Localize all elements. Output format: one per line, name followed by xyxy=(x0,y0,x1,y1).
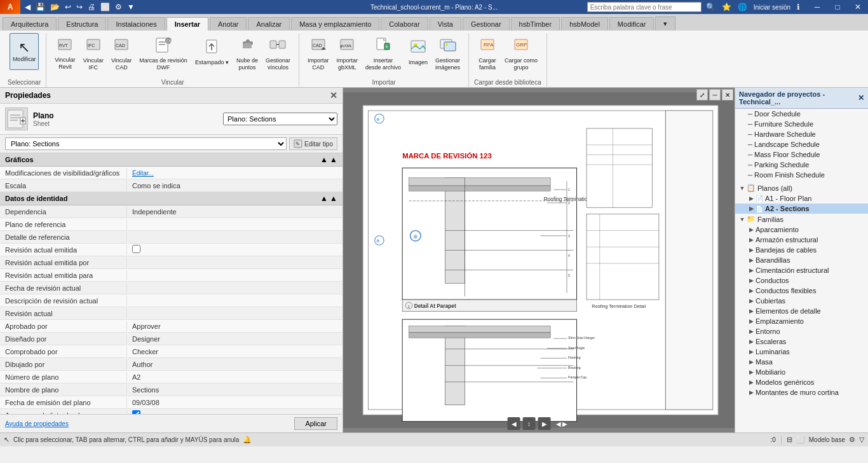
settings-icon[interactable]: ⚙ xyxy=(849,436,855,444)
tab-anotar[interactable]: Anotar xyxy=(210,17,247,31)
props-type-selector[interactable]: Plano: Sections xyxy=(223,113,337,125)
tree-item-cimentacion[interactable]: ▶ Cimentación estructural xyxy=(735,265,868,275)
tree-item-montantes[interactable]: ▶ Montantes de muro cortina xyxy=(735,387,868,397)
section-datos-header[interactable]: Datos de identidad ▲ ▲ xyxy=(0,192,342,205)
btn-gestionar-vinculos[interactable]: Gestionarvínculos xyxy=(262,33,294,74)
tree-item-barandillas[interactable]: ▶ Barandillas xyxy=(735,255,868,265)
props-value-visibilidad[interactable]: Editar... xyxy=(127,168,342,178)
canvas-restore-btn[interactable]: ⤢ xyxy=(696,89,708,100)
login-btn[interactable]: Iniciar sesión xyxy=(752,3,792,11)
tree-item-cubiertas[interactable]: ▶ Cubiertas xyxy=(735,296,868,306)
tree-item-conductos[interactable]: ▶ Conductos xyxy=(735,275,868,286)
btn-vincular-cad[interactable]: CAD VincularCAD xyxy=(108,33,135,74)
tree-item-escaleras[interactable]: ▶ Escaleras xyxy=(735,336,868,347)
tree-item-door-schedule[interactable]: ─ Door Schedule xyxy=(735,109,868,119)
search-input[interactable] xyxy=(587,2,702,12)
tree-item-aparcamiento[interactable]: ▶ Aparcamiento xyxy=(735,225,868,235)
tab-hsbmodel[interactable]: hsbModel xyxy=(561,17,608,31)
nav-right-btn[interactable]: ▶ xyxy=(538,417,551,430)
tree-item-parking-schedule[interactable]: ─ Parking Schedule xyxy=(735,160,868,170)
btn-cargar-familia[interactable]: RFA Cargarfamilia xyxy=(475,33,500,74)
tree-item-emplazamiento[interactable]: ▶ Emplazamiento xyxy=(735,316,868,326)
canvas-area[interactable]: ⤢ ─ ✕ ⊕ MARCA DE REVISIÓN 123 ⊕ xyxy=(343,88,735,432)
props-value-aparece-lista[interactable] xyxy=(127,409,342,414)
tab-hsbtimber[interactable]: hsbTimber xyxy=(511,17,560,31)
tab-extra[interactable]: ▾ xyxy=(655,17,675,31)
tree-item-bandejas[interactable]: ▶ Bandejas de cables xyxy=(735,245,868,255)
tree-item-planos-all[interactable]: ▼ 📋 Planos (all) xyxy=(735,183,868,193)
btn-insertar-archivo[interactable]: + Insertardesde archivo xyxy=(362,33,404,74)
tree-item-luminarias[interactable]: ▶ Luminarias xyxy=(735,347,868,357)
qa-dropdown[interactable]: ▼ xyxy=(125,2,137,12)
props-apply-btn[interactable]: Aplicar xyxy=(294,417,337,430)
revision-emitida-checkbox[interactable] xyxy=(132,245,140,253)
tab-modificar[interactable]: Modificar xyxy=(609,17,654,31)
btn-importar-cad[interactable]: CAD ImportarCAD xyxy=(304,33,332,74)
btn-cargar-grupo[interactable]: GRP Cargar comogrupo xyxy=(501,33,541,74)
tree-item-a2[interactable]: ▶ 📄 A2 - Sections xyxy=(735,204,868,214)
btn-nube-puntos[interactable]: Nube depuntos xyxy=(233,33,261,74)
tree-item-masa[interactable]: ▶ Masa xyxy=(735,357,868,367)
edit-type-btn[interactable]: ✎ Editar tipo xyxy=(289,137,337,150)
tree-item-furniture-schedule[interactable]: ─ Furniture Schedule xyxy=(735,119,868,129)
properties-close-btn[interactable]: ✕ xyxy=(330,90,337,100)
btn-marcas-revision[interactable]: DWF Marcas de revisiónDWF xyxy=(136,33,191,74)
nav-arrows-btn[interactable]: ↕ xyxy=(523,417,536,430)
qa-save[interactable]: 💾 xyxy=(34,2,47,12)
qa-3d[interactable]: ⬜ xyxy=(98,2,112,12)
btn-imagen[interactable]: Imagen xyxy=(405,33,431,70)
search-globe[interactable]: 🌐 xyxy=(736,2,749,12)
tree-item-familias[interactable]: ▼ 📁 Familias xyxy=(735,214,868,225)
tree-item-armazon[interactable]: ▶ Armazón estructural xyxy=(735,235,868,245)
tab-gestionar[interactable]: Gestionar xyxy=(463,17,510,31)
section-graficos-header[interactable]: Gráficos ▲ ▲ xyxy=(0,153,342,167)
tree-item-hardware-schedule[interactable]: ─ Hardware Schedule xyxy=(735,129,868,139)
nav-close-btn[interactable]: ✕ xyxy=(858,93,864,102)
tree-item-conductos-flex[interactable]: ▶ Conductos flexibles xyxy=(735,286,868,296)
nav-left-btn[interactable]: ◀ xyxy=(508,417,520,430)
tab-vista[interactable]: Vista xyxy=(430,17,461,31)
canvas-minimize-btn[interactable]: ─ xyxy=(709,89,721,100)
tab-analizar[interactable]: Analizar xyxy=(248,17,290,31)
tree-item-entorno[interactable]: ▶ Entorno xyxy=(735,326,868,336)
maximize-btn[interactable]: □ xyxy=(827,0,848,14)
btn-vincular-ifc[interactable]: IFC VincularIFC xyxy=(80,33,107,74)
tab-insertar[interactable]: Insertar xyxy=(166,17,208,31)
tree-item-mobiliario[interactable]: ▶ Mobiliario xyxy=(735,367,868,377)
btn-vincular-revit[interactable]: RVT VincularRevit xyxy=(51,33,78,73)
tab-estructura[interactable]: Estructura xyxy=(58,17,106,31)
status-arrow-icon[interactable]: ↖ xyxy=(4,436,10,444)
tree-item-modelos[interactable]: ▶ Modelos genéricos xyxy=(735,377,868,387)
qa-redo[interactable]: ↪ xyxy=(74,2,85,12)
btn-gestionar-imagenes[interactable]: Gestionarimágenes xyxy=(432,33,463,74)
qa-undo[interactable]: ↩ xyxy=(63,2,73,12)
info-icon[interactable]: ℹ xyxy=(795,2,802,12)
qa-back[interactable]: ◀ xyxy=(23,2,32,12)
status-info-icon[interactable]: 🔔 xyxy=(243,436,252,444)
tree-item-a1[interactable]: ▶ 📄 A1 - Floor Plan xyxy=(735,193,868,204)
filter-icon[interactable]: ▽ xyxy=(859,436,864,444)
btn-estampado[interactable]: Estampado ▾ xyxy=(192,33,232,70)
model-base-btn[interactable]: Modelo base xyxy=(809,436,845,443)
tab-arquitectura[interactable]: Arquitectura xyxy=(3,17,57,31)
search-star[interactable]: ⭐ xyxy=(720,2,733,12)
qa-print[interactable]: 🖨 xyxy=(86,2,97,12)
tab-masa[interactable]: Masa y emplazamiento xyxy=(291,17,379,31)
qa-open[interactable]: 📂 xyxy=(48,2,62,12)
props-help-link[interactable]: Ayuda de propiedades xyxy=(5,420,69,427)
btn-importar-gbxml[interactable]: gbXML ImportargbXML xyxy=(333,33,361,74)
app-logo[interactable]: A xyxy=(0,0,20,14)
close-btn[interactable]: ✕ xyxy=(848,0,868,14)
props-plane-selector[interactable]: Plano: Sections xyxy=(5,137,287,150)
tab-colaborar[interactable]: Colaborar xyxy=(381,17,428,31)
qa-settings[interactable]: ⚙ xyxy=(113,2,124,12)
tree-item-room-finish-schedule[interactable]: ─ Room Finish Schedule xyxy=(735,170,868,180)
tab-instalaciones[interactable]: Instalaciones xyxy=(107,17,165,31)
props-value-revision-emitida[interactable] xyxy=(127,244,342,256)
minimize-btn[interactable]: ─ xyxy=(807,0,827,14)
btn-modificar[interactable]: ↖ Modificar xyxy=(10,33,39,70)
search-icon[interactable]: 🔍 xyxy=(704,2,717,12)
tree-item-mass-floor-schedule[interactable]: ─ Mass Floor Schedule xyxy=(735,149,868,160)
tree-item-landscape-schedule[interactable]: ─ Landscape Schedule xyxy=(735,139,868,149)
visibilidad-edit-btn[interactable]: Editar... xyxy=(132,170,154,177)
